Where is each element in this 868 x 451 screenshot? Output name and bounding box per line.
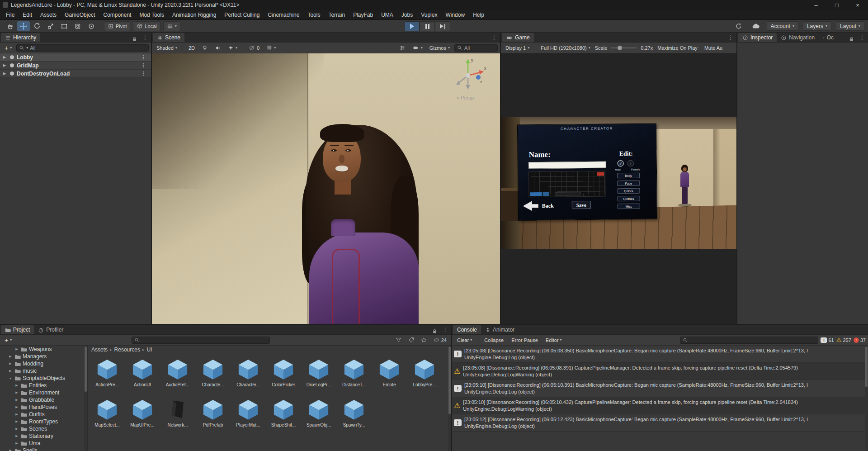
tab-console[interactable]: Console [453,325,481,334]
expand-arrow-icon[interactable]: ▶ [2,71,7,76]
log-entry[interactable]: ⚠ [23:05:10] [Dissonance:Recording] (06:… [452,397,865,414]
asset-item-pdfprefab[interactable]: PdfPrefab [195,396,231,436]
menu-gameobject[interactable]: GameObject [61,10,99,20]
hierarchy-menu-icon[interactable]: ⋮ [139,33,151,42]
log-entry[interactable]: ! [23:05:10] [Dissonance:Recording] (06:… [452,380,865,397]
scene-options-icon[interactable]: ⋮ [137,53,149,62]
tab-inspector[interactable]: Inspector [738,33,777,42]
error-pause-toggle[interactable]: Error Pause [509,336,541,345]
colors-button[interactable]: Colors [617,188,640,194]
menu-uma[interactable]: UMA [377,10,397,20]
transform-tool-icon[interactable] [71,21,84,31]
breadcrumb-resources[interactable]: Resources [114,347,140,353]
tab-hierarchy[interactable]: Hierarchy [1,33,40,42]
hierarchy-search-input[interactable]: ▾ All [16,44,149,52]
scene-effects-dropdown[interactable]: ▾ [226,43,240,52]
hierarchy-lock-icon[interactable] [130,36,139,42]
inspector-menu-icon[interactable]: ⋮ [856,33,868,42]
asset-item-spawnty[interactable]: SpawnTy... [336,396,372,436]
virtual-keyboard[interactable] [528,171,606,198]
asset-item-playermut[interactable]: PlayerMut... [231,396,266,436]
expand-arrow-icon[interactable]: ▶ [14,413,19,416]
tree-scrollbar[interactable] [84,346,87,451]
hidden-packages-toggle[interactable]: 24 [431,336,449,345]
asset-item-spawnobj[interactable]: SpawnObj... [301,396,336,436]
name-input[interactable] [528,161,606,169]
save-button[interactable]: Save [572,201,591,209]
body-button[interactable]: Body [617,173,640,179]
asset-item-dicelogpr[interactable]: DiceLogPr... [301,356,336,396]
maximize-on-play-toggle[interactable]: Maximize On Play [655,43,700,52]
collapse-arrow-icon[interactable]: ▼ [8,377,13,380]
save-search-icon[interactable] [419,336,429,345]
minimize-button[interactable]: – [806,0,826,10]
menu-mod-tools[interactable]: Mod Tools [135,10,168,20]
asset-grid-scrollbar-thumb[interactable] [448,347,451,414]
scene-options-icon[interactable]: ⋮ [137,69,149,78]
scene-viewport[interactable]: y x z < Persp [152,53,500,324]
menu-file[interactable]: File [2,10,19,20]
menu-tools[interactable]: Tools [303,10,324,20]
tree-item-handposes[interactable]: ▶HandPoses [0,404,84,411]
local-toggle[interactable]: Local [133,21,160,31]
hidden-objects-toggle[interactable]: 0 [246,43,262,52]
expand-arrow-icon[interactable]: ▶ [14,398,19,402]
expand-arrow-icon[interactable]: ▶ [8,355,13,358]
asset-item-mapselect[interactable]: MapSelect... [90,396,125,436]
scene-grid-dropdown[interactable]: ▾ [264,43,278,52]
menu-component[interactable]: Component [99,10,135,20]
expand-arrow-icon[interactable]: ▶ [2,55,7,59]
expand-arrow-icon[interactable]: ▶ [14,347,19,351]
grid-snap-button[interactable]: ▾ [163,21,180,31]
2d-toggle[interactable]: 2D [186,43,197,52]
keyboard-space-key[interactable] [555,192,580,196]
search-by-label-icon[interactable] [406,336,416,345]
menu-help[interactable]: Help [469,10,488,20]
male-gender-button[interactable]: ♂ [618,160,624,166]
tree-item-environment[interactable]: ▶Environment [0,389,84,396]
menu-edit[interactable]: Edit [19,10,36,20]
hierarchy-add-button[interactable]: +▾ [2,43,14,52]
menu-cinemachine[interactable]: Cinemachine [264,10,303,20]
menu-jobs[interactable]: Jobs [397,10,417,20]
expand-arrow-icon[interactable]: ▶ [14,405,19,409]
project-lock-icon[interactable] [430,328,439,334]
tab-project[interactable]: Project [1,325,34,334]
clothes-button[interactable]: Clothes [618,196,640,202]
step-button[interactable] [435,21,450,31]
keyboard-backspace-key[interactable] [597,172,604,176]
scale-slider-thumb[interactable] [618,46,622,50]
asset-item-character[interactable]: Character... [231,356,266,396]
tree-item-entities[interactable]: ▶Entities [0,382,84,389]
move-tool-icon[interactable] [17,21,30,31]
expand-arrow-icon[interactable]: ▶ [14,427,19,431]
menu-window[interactable]: Window [441,10,469,20]
back-arrow-icon[interactable] [523,201,532,211]
scene-menu-icon[interactable]: ⋮ [488,33,500,42]
asset-item-audiopref[interactable]: AudioPref... [160,356,195,396]
tree-item-managers[interactable]: ▶Managers [0,353,84,360]
scale-tool-icon[interactable] [44,21,57,31]
female-gender-button[interactable]: ♀ [627,160,634,166]
play-button[interactable] [404,21,420,31]
pause-button[interactable] [420,21,435,31]
editor-dropdown[interactable]: Editor▾ [543,336,565,345]
asset-item-lobbypre[interactable]: LobbyPre... [407,356,442,396]
breadcrumb-ui[interactable]: UI [146,347,152,353]
expand-arrow-icon[interactable]: ▶ [14,434,19,438]
menu-vuplex[interactable]: Vuplex [417,10,441,20]
game-viewport[interactable]: CHARACTER CREATOR Name: Back Save Edit: … [501,117,736,249]
asset-item-emote[interactable]: Emote [372,356,407,396]
game-menu-icon[interactable]: ⋮ [725,33,736,42]
console-search-input[interactable] [680,337,818,344]
console-scrollbar-thumb[interactable] [865,347,868,387]
breadcrumb-assets[interactable]: Assets [91,347,108,353]
search-by-type-icon[interactable] [393,336,404,345]
hand-tool-icon[interactable] [4,21,16,31]
collab-icon[interactable] [732,21,745,31]
face-button[interactable]: Face [617,180,640,186]
tree-item-weapons[interactable]: ▶Weapons [0,346,84,353]
mute-audio-toggle[interactable]: Mute Au [702,43,725,52]
scene-lighting-icon[interactable] [199,43,210,52]
rect-tool-icon[interactable] [58,21,71,31]
